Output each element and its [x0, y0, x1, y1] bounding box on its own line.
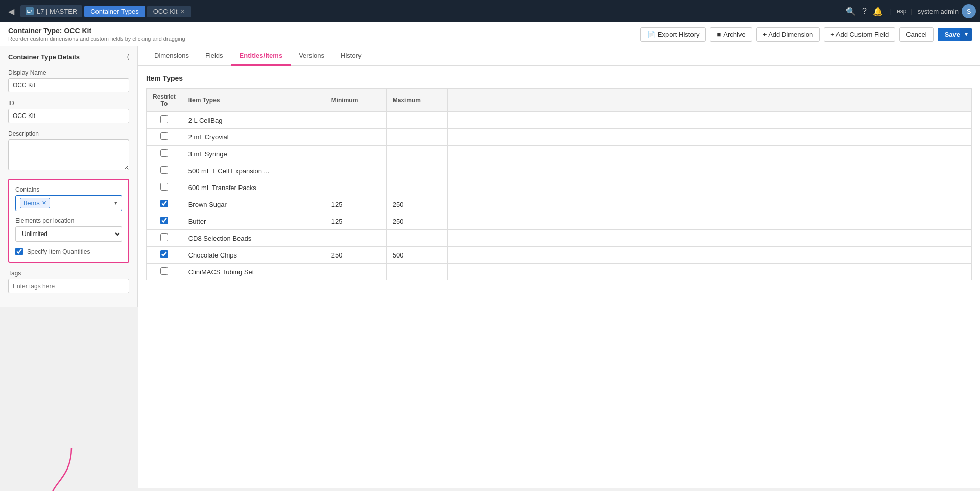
table-cell-maximum [386, 129, 447, 146]
row-checkbox[interactable] [160, 250, 168, 258]
contains-tag-remove[interactable]: ✕ [42, 200, 46, 206]
table-cell-item-type: Chocolate Chips [182, 247, 325, 264]
table-cell-maximum [386, 146, 447, 162]
table-cell-extra [447, 196, 971, 213]
table-cell-minimum [325, 162, 386, 179]
app-icon: L7 [26, 7, 34, 15]
contains-tag-item: Items ✕ [20, 198, 50, 208]
nav-back-button[interactable]: ◀ [4, 5, 18, 18]
table-cell-checkbox [147, 264, 182, 280]
table-cell-item-type: 2 L CellBag [182, 112, 325, 129]
table-cell-maximum: 250 [386, 196, 447, 213]
nav-icons: 🔍 ? 🔔 | esp [846, 7, 906, 16]
table-row: 3 mL Syringe [147, 146, 972, 162]
nav-user[interactable]: | system admin S [909, 4, 976, 18]
sidebar-collapse-button[interactable]: ⟨ [127, 53, 129, 61]
specify-item-quantities-checkbox[interactable] [15, 248, 23, 255]
table-cell-item-type: Brown Sugar [182, 196, 325, 213]
bell-icon[interactable]: 🔔 [873, 7, 883, 16]
nav-app-tag[interactable]: L7 L7 | MASTER [20, 5, 82, 17]
sidebar-title: Container Type Details [8, 53, 80, 61]
display-name-group: Display Name [8, 69, 129, 92]
export-icon: 📄 [647, 31, 655, 38]
table-cell-maximum [386, 162, 447, 179]
table-row: Butter125250 [147, 213, 972, 230]
close-icon[interactable]: ✕ [180, 8, 185, 15]
row-checkbox[interactable] [160, 200, 168, 207]
table-cell-minimum [325, 230, 386, 247]
locale-text: esp [897, 8, 906, 15]
table-cell-maximum [386, 264, 447, 280]
row-checkbox[interactable] [160, 115, 168, 123]
tab-fields[interactable]: Fields [197, 46, 231, 66]
cancel-button[interactable]: Cancel [899, 27, 933, 42]
contains-tag-input[interactable]: Items ✕ ▾ [15, 195, 122, 211]
page-subtitle: Reorder custom dimensions and custom fie… [8, 36, 185, 42]
col-header-maximum: Maximum [386, 89, 447, 112]
tags-input[interactable] [8, 279, 129, 293]
page-title: Container Type: OCC Kit [8, 27, 185, 35]
col-header-item-types: Item Types [182, 89, 325, 112]
item-types-table: Restrict To Item Types Minimum Maximum 2… [146, 88, 972, 280]
tab-dimensions[interactable]: Dimensions [146, 46, 197, 66]
table-cell-item-type: CliniMACS Tubing Set [182, 264, 325, 280]
specify-item-quantities-label: Specify Item Quantities [27, 248, 90, 255]
archive-button[interactable]: ■ Archive [710, 27, 752, 42]
description-textarea[interactable] [8, 139, 129, 170]
row-checkbox[interactable] [160, 149, 168, 157]
table-cell-checkbox [147, 213, 182, 230]
archive-icon: ■ [716, 31, 721, 38]
table-cell-extra [447, 146, 971, 162]
sidebar-header: Container Type Details ⟨ [8, 53, 129, 61]
nav-occ-kit-tab[interactable]: OCC Kit ✕ [147, 6, 192, 17]
table-row: Chocolate Chips250500 [147, 247, 972, 264]
table-cell-item-type: 3 mL Syringe [182, 146, 325, 162]
row-checkbox[interactable] [160, 183, 168, 191]
row-checkbox[interactable] [160, 217, 168, 224]
id-input[interactable] [8, 109, 129, 123]
table-cell-checkbox [147, 247, 182, 264]
tab-history[interactable]: History [332, 46, 369, 66]
table-cell-minimum: 250 [325, 247, 386, 264]
top-navigation: ◀ L7 L7 | MASTER Container Types OCC Kit… [0, 0, 980, 22]
contains-label: Contains [15, 186, 122, 193]
row-checkbox[interactable] [160, 233, 168, 241]
description-group: Description [8, 130, 129, 172]
annotation-arrow [41, 442, 102, 491]
table-cell-extra [447, 230, 971, 247]
avatar: S [962, 4, 976, 18]
table-cell-extra [447, 129, 971, 146]
nav-container-types-breadcrumb[interactable]: Container Types [84, 6, 145, 17]
tab-versions[interactable]: Versions [291, 46, 332, 66]
save-button[interactable]: Save [938, 28, 960, 41]
table-cell-checkbox [147, 196, 182, 213]
table-cell-extra [447, 213, 971, 230]
add-custom-field-button[interactable]: + Add Custom Field [824, 27, 895, 42]
row-checkbox[interactable] [160, 132, 168, 140]
table-row: 500 mL T Cell Expansion ... [147, 162, 972, 179]
save-dropdown-arrow[interactable]: ▾ [960, 28, 972, 41]
app-label: L7 | MASTER [37, 8, 77, 15]
export-history-button[interactable]: 📄 Export History [640, 27, 706, 42]
help-icon[interactable]: ? [862, 7, 867, 16]
tab-entities-items[interactable]: Entities/Items [231, 46, 291, 66]
sub-header-left: Container Type: OCC Kit Reorder custom d… [8, 27, 185, 42]
save-button-group: Save ▾ [938, 28, 972, 41]
table-row: CD8 Selection Beads [147, 230, 972, 247]
tags-label: Tags [8, 270, 129, 277]
search-icon[interactable]: 🔍 [846, 7, 856, 16]
id-label: ID [8, 100, 129, 107]
elements-per-location-select[interactable]: Unlimited 1 2 5 [15, 226, 122, 242]
main-content: Container Type Details ⟨ Display Name ID… [0, 46, 980, 488]
contains-group: Contains Items ✕ ▾ [15, 186, 122, 211]
table-cell-item-type: 2 mL Cryovial [182, 129, 325, 146]
add-dimension-button[interactable]: + Add Dimension [756, 27, 820, 42]
table-cell-item-type: 600 mL Transfer Packs [182, 179, 325, 196]
col-header-minimum: Minimum [325, 89, 386, 112]
table-cell-item-type: 500 mL T Cell Expansion ... [182, 162, 325, 179]
row-checkbox[interactable] [160, 166, 168, 174]
display-name-input[interactable] [8, 78, 129, 92]
contains-dropdown-arrow[interactable]: ▾ [114, 200, 117, 206]
row-checkbox[interactable] [160, 267, 168, 275]
table-cell-extra [447, 162, 971, 179]
